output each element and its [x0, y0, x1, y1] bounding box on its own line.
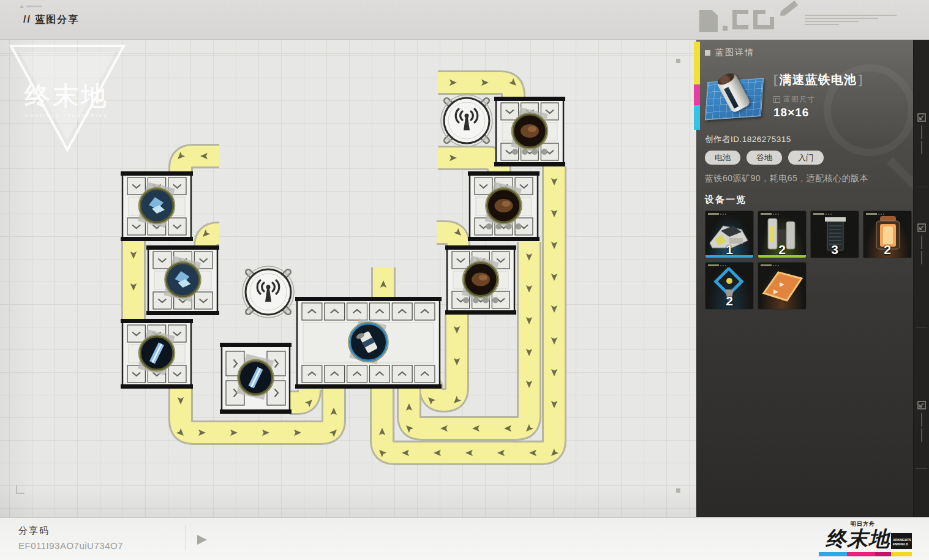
header-brand-deco — [699, 10, 897, 32]
panel-section-title: 蓝图详情 — [715, 47, 754, 58]
canvas-marker — [676, 488, 680, 493]
device-tile-0[interactable]: 1 — [705, 211, 754, 258]
device-tile-4[interactable]: 2 — [705, 262, 754, 310]
tile-micro-label — [761, 213, 779, 215]
tag-list: 电池谷地入门 — [705, 151, 907, 165]
size-icon — [773, 96, 780, 103]
power-tower — [441, 95, 492, 146]
factory-building-blue-crystal — [121, 319, 193, 389]
page-header: // 蓝图分享 — [0, 0, 929, 40]
play-button[interactable] — [197, 535, 207, 545]
tile-micro-label — [866, 213, 884, 215]
export-icon[interactable] — [914, 223, 929, 266]
device-count: 3 — [811, 242, 859, 257]
tag-pill-0[interactable]: 电池 — [705, 151, 740, 165]
share-code-label: 分享码 — [18, 525, 123, 537]
conveyor-plate-icon — [759, 267, 807, 303]
blueprint-size: 18×16 — [773, 106, 862, 119]
size-label: 蓝图尺寸 — [783, 94, 815, 105]
canvas-marker — [676, 59, 680, 63]
blueprint-share-screen: // 蓝图分享 终末地 ENDFIELD INDUSTRIES — [0, 0, 929, 560]
factory-building-blue-ore — [146, 245, 219, 315]
share-code-value: EF011I93AO7uiU734O7 — [18, 540, 123, 551]
device-grid: 12322 — [705, 211, 913, 310]
pencil-icon — [778, 1, 799, 18]
detail-panel: 蓝图详情 [ 满速蓝铁电池 ] 蓝图尺寸 1 — [696, 40, 929, 517]
device-count: 2 — [863, 242, 911, 257]
device-tile-1[interactable]: 2 — [758, 211, 807, 258]
export-icon[interactable] — [914, 401, 929, 444]
tile-micro-label — [761, 264, 779, 266]
page-title: // 蓝图分享 — [23, 13, 79, 26]
factory-building-blue-ore — [121, 171, 193, 241]
bracket-left: [ — [773, 73, 778, 87]
dot-icon — [723, 26, 728, 31]
factory-building-brown-ore — [445, 245, 516, 315]
tag-pill-2[interactable]: 入门 — [788, 151, 824, 165]
device-tile-2[interactable]: 3 — [810, 211, 859, 258]
brand-main-text: 终末地 — [826, 528, 890, 549]
micro-text-lines — [805, 15, 897, 27]
factory-building-brown-ore — [494, 97, 565, 166]
power-tower — [243, 266, 294, 318]
brand-logo: 明日方舟 终末地 ARKNIGHTSENDFIELD — [819, 520, 912, 556]
blueprint-name: 满速蓝铁电池 — [780, 72, 857, 88]
factory-building-brown-ore — [468, 171, 540, 241]
panel-side-rail — [913, 40, 929, 517]
bracket-glyph-icon — [732, 10, 748, 29]
device-tile-5[interactable] — [758, 262, 807, 310]
export-icon[interactable] — [914, 113, 929, 156]
device-count: 2 — [705, 294, 753, 308]
factory-layout — [0, 40, 696, 517]
blueprint-description: 蓝铁60源矿90，耗电65，适配核心的版本 — [705, 173, 907, 184]
tag-pill-1[interactable]: 谷地 — [747, 151, 782, 165]
footer-divider — [186, 525, 186, 551]
document-icon — [699, 10, 718, 32]
brand-sub-tag: ARKNIGHTSENDFIELD — [891, 533, 912, 549]
canvas-corner-bracket — [16, 485, 24, 494]
header-deco-marks — [20, 5, 42, 8]
tile-micro-label — [708, 213, 726, 215]
creator-id: 创作者ID.1826275315 — [705, 134, 907, 145]
section-bullet — [705, 50, 710, 56]
bracket-right: ] — [859, 73, 863, 87]
footer-bar: 分享码 EF011I93AO7uiU734O7 明日方舟 终末地 ARKNIGH… — [0, 517, 929, 560]
blueprint-thumbnail[interactable] — [705, 72, 766, 121]
cmyk-color-bar — [819, 552, 912, 556]
factory-building-blue-crystal — [220, 343, 291, 414]
bracket-glyph2-icon — [753, 10, 774, 29]
tile-micro-label — [708, 264, 726, 266]
blueprint-canvas[interactable]: 终末地 ENDFIELD INDUSTRIES — [0, 40, 696, 517]
tile-micro-label — [813, 213, 832, 215]
device-tile-3[interactable]: 2 — [863, 211, 912, 258]
factory-building-battery — [295, 297, 442, 389]
devices-title: 设备一览 — [705, 194, 907, 206]
